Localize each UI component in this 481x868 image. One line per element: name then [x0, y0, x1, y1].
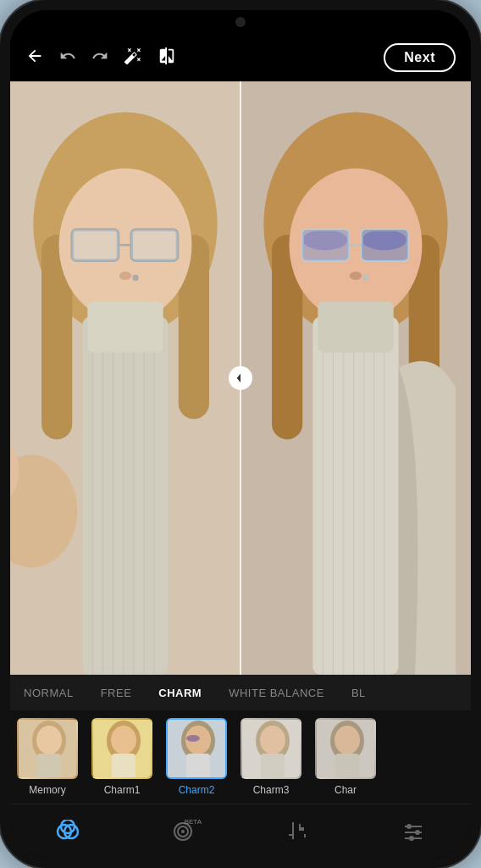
svg-rect-66: [261, 754, 285, 779]
nav-retouch-wrapper: BETA: [171, 820, 195, 843]
compare-icon[interactable]: [158, 47, 176, 70]
thumb-charm3-img: [240, 718, 301, 779]
toolbar: Next: [10, 34, 471, 81]
svg-rect-62: [186, 754, 210, 779]
toolbar-left: [25, 47, 176, 70]
svg-point-78: [406, 824, 412, 829]
nav-crop[interactable]: [286, 820, 310, 843]
filter-charm1[interactable]: Charm1: [85, 718, 159, 796]
filter-thumbnails: Memory Charm1: [10, 710, 471, 804]
svg-rect-39: [312, 317, 398, 675]
svg-rect-35: [302, 230, 348, 260]
bottom-nav: BETA: [10, 804, 471, 858]
split-handle[interactable]: [229, 366, 252, 390]
svg-point-69: [334, 726, 360, 754]
tab-charm[interactable]: CHARM: [145, 675, 215, 710]
svg-rect-47: [318, 301, 393, 352]
back-icon[interactable]: [25, 47, 44, 70]
circles-icon: [56, 820, 80, 843]
thumb-charm1-img: [91, 718, 152, 779]
svg-rect-53: [37, 754, 61, 779]
split-image: [10, 81, 471, 675]
svg-point-65: [260, 726, 285, 754]
svg-rect-21: [87, 301, 163, 352]
label-charm2: Charm2: [179, 784, 215, 796]
svg-point-61: [186, 735, 200, 742]
magic-wand-icon[interactable]: [124, 47, 142, 70]
next-button[interactable]: Next: [384, 43, 456, 72]
svg-rect-70: [335, 754, 359, 779]
nav-adjust[interactable]: [401, 820, 425, 843]
undo-icon[interactable]: [59, 47, 76, 69]
label-charm3: Charm3: [253, 784, 290, 796]
adjust-icon: [401, 820, 425, 843]
svg-point-80: [415, 830, 420, 835]
svg-point-37: [350, 271, 362, 280]
svg-point-38: [362, 275, 368, 281]
svg-point-12: [132, 275, 138, 281]
image-area: [10, 81, 471, 675]
thumb-charm2-img: [166, 718, 227, 779]
label-charm1: Charm1: [104, 784, 141, 796]
tab-normal[interactable]: NORMAL: [10, 675, 87, 710]
svg-point-82: [409, 836, 414, 841]
tab-free[interactable]: FREE: [87, 675, 146, 710]
svg-point-11: [119, 271, 131, 280]
filter-charm4[interactable]: Char: [308, 718, 383, 796]
svg-rect-13: [82, 317, 168, 675]
camera-notch: [235, 17, 246, 27]
image-right-filtered: [240, 81, 471, 675]
nav-retouch[interactable]: BETA: [171, 820, 195, 843]
nav-filter[interactable]: [56, 820, 80, 843]
svg-point-76: [181, 830, 185, 833]
status-bar: [10, 10, 471, 34]
svg-marker-49: [237, 374, 240, 382]
phone-frame: Next: [0, 0, 481, 868]
svg-point-52: [36, 726, 62, 754]
redo-icon[interactable]: [91, 47, 108, 69]
image-left-original: [10, 81, 240, 675]
svg-rect-9: [72, 230, 118, 260]
tab-blur[interactable]: BL: [338, 675, 379, 710]
filter-charm3[interactable]: Charm3: [234, 718, 308, 796]
svg-rect-10: [131, 230, 177, 260]
svg-rect-36: [362, 230, 407, 260]
beta-badge: BETA: [185, 818, 202, 826]
label-charm4: Char: [334, 784, 357, 796]
filter-tabs: NORMAL FREE CHARM WHITE BALANCE BL: [10, 675, 471, 710]
tab-white-balance[interactable]: WHITE BALANCE: [215, 675, 338, 710]
thumb-memory-img: [17, 718, 78, 779]
filter-charm2[interactable]: Charm2: [159, 718, 234, 796]
crop-icon: [286, 820, 310, 843]
phone-inner: Next: [10, 10, 471, 858]
svg-point-56: [111, 726, 136, 754]
thumb-charm4-img: [315, 718, 376, 779]
label-memory: Memory: [29, 784, 65, 796]
filter-memory[interactable]: Memory: [10, 718, 85, 796]
svg-rect-57: [112, 754, 135, 779]
